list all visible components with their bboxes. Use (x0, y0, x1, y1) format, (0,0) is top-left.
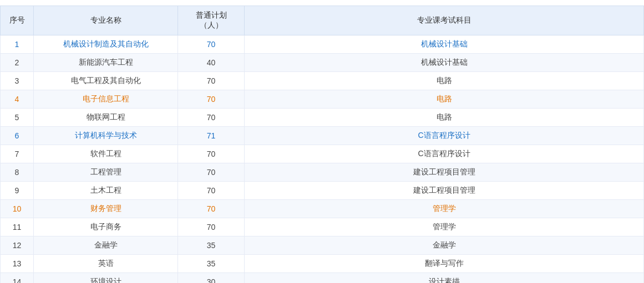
cell-subject: C语言程序设计 (245, 145, 644, 163)
table-row: 9 土木工程 70 建设工程项目管理 (1, 182, 644, 200)
header-plan-line2: （人） (200, 20, 223, 29)
cell-seq: 3 (1, 72, 34, 90)
cell-seq: 11 (1, 218, 34, 236)
cell-name: 环境设计 (34, 273, 178, 284)
table-row: 14 环境设计 30 设计素描 (1, 273, 644, 284)
cell-name: 计算机科学与技术 (34, 127, 178, 145)
cell-subject: 翻译与写作 (245, 255, 644, 273)
cell-subject: C语言程序设计 (245, 127, 644, 145)
header-row: 序号 专业名称 普通计划 （人） 专业课考试科目 (1, 6, 644, 35)
cell-name: 金融学 (34, 236, 178, 255)
cell-seq: 4 (1, 90, 34, 109)
cell-plan: 70 (178, 72, 245, 90)
table-row: 7 软件工程 70 C语言程序设计 (1, 145, 644, 163)
cell-name: 软件工程 (34, 145, 178, 163)
cell-plan: 70 (178, 182, 245, 200)
cell-seq: 2 (1, 54, 34, 72)
table-body: 1 机械设计制造及其自动化 70 机械设计基础 2 新能源汽车工程 40 机械设… (1, 35, 644, 284)
table-row: 10 财务管理 70 管理学 (1, 200, 644, 218)
table-row: 8 工程管理 70 建设工程项目管理 (1, 163, 644, 182)
cell-plan: 70 (178, 109, 245, 127)
cell-plan: 35 (178, 255, 245, 273)
cell-name: 机械设计制造及其自动化 (34, 35, 178, 54)
cell-name: 物联网工程 (34, 109, 178, 127)
cell-plan: 70 (178, 90, 245, 109)
cell-subject: 设计素描 (245, 273, 644, 284)
cell-seq: 1 (1, 35, 34, 54)
main-table: 序号 专业名称 普通计划 （人） 专业课考试科目 1 机械设计制造及其自动化 7… (0, 6, 644, 283)
cell-plan: 30 (178, 273, 245, 284)
cell-subject: 电路 (245, 72, 644, 90)
cell-plan: 35 (178, 236, 245, 255)
header-seq: 序号 (1, 6, 34, 35)
cell-name: 财务管理 (34, 200, 178, 218)
cell-subject: 金融学 (245, 236, 644, 255)
table-row: 2 新能源汽车工程 40 机械设计基础 (1, 54, 644, 72)
table-row: 12 金融学 35 金融学 (1, 236, 644, 255)
cell-subject: 机械设计基础 (245, 54, 644, 72)
cell-seq: 7 (1, 145, 34, 163)
cell-seq: 5 (1, 109, 34, 127)
cell-subject: 电路 (245, 90, 644, 109)
table-row: 4 电子信息工程 70 电路 (1, 90, 644, 109)
table-row: 6 计算机科学与技术 71 C语言程序设计 (1, 127, 644, 145)
cell-seq: 13 (1, 255, 34, 273)
cell-seq: 10 (1, 200, 34, 218)
cell-plan: 71 (178, 127, 245, 145)
cell-plan: 70 (178, 145, 245, 163)
cell-subject: 管理学 (245, 200, 644, 218)
cell-seq: 6 (1, 127, 34, 145)
cell-name: 电子商务 (34, 218, 178, 236)
cell-subject: 建设工程项目管理 (245, 182, 644, 200)
header-subject: 专业课考试科目 (245, 6, 644, 35)
table-row: 11 电子商务 70 管理学 (1, 218, 644, 236)
table-row: 5 物联网工程 70 电路 (1, 109, 644, 127)
cell-name: 电气工程及其自动化 (34, 72, 178, 90)
cell-plan: 70 (178, 200, 245, 218)
cell-plan: 70 (178, 163, 245, 182)
cell-name: 土木工程 (34, 182, 178, 200)
table-container: 序号 专业名称 普通计划 （人） 专业课考试科目 1 机械设计制造及其自动化 7… (0, 0, 644, 283)
table-row: 13 英语 35 翻译与写作 (1, 255, 644, 273)
header-name: 专业名称 (34, 6, 178, 35)
cell-plan: 40 (178, 54, 245, 72)
cell-plan: 70 (178, 218, 245, 236)
header-plan-line1: 普通计划 (196, 11, 227, 19)
cell-subject: 管理学 (245, 218, 644, 236)
cell-subject: 建设工程项目管理 (245, 163, 644, 182)
cell-seq: 14 (1, 273, 34, 284)
cell-seq: 8 (1, 163, 34, 182)
table-row: 1 机械设计制造及其自动化 70 机械设计基础 (1, 35, 644, 54)
cell-seq: 9 (1, 182, 34, 200)
cell-plan: 70 (178, 35, 245, 54)
cell-name: 新能源汽车工程 (34, 54, 178, 72)
cell-seq: 12 (1, 236, 34, 255)
cell-name: 英语 (34, 255, 178, 273)
header-plan: 普通计划 （人） (178, 6, 245, 35)
cell-subject: 机械设计基础 (245, 35, 644, 54)
cell-name: 工程管理 (34, 163, 178, 182)
cell-name: 电子信息工程 (34, 90, 178, 109)
cell-subject: 电路 (245, 109, 644, 127)
table-row: 3 电气工程及其自动化 70 电路 (1, 72, 644, 90)
